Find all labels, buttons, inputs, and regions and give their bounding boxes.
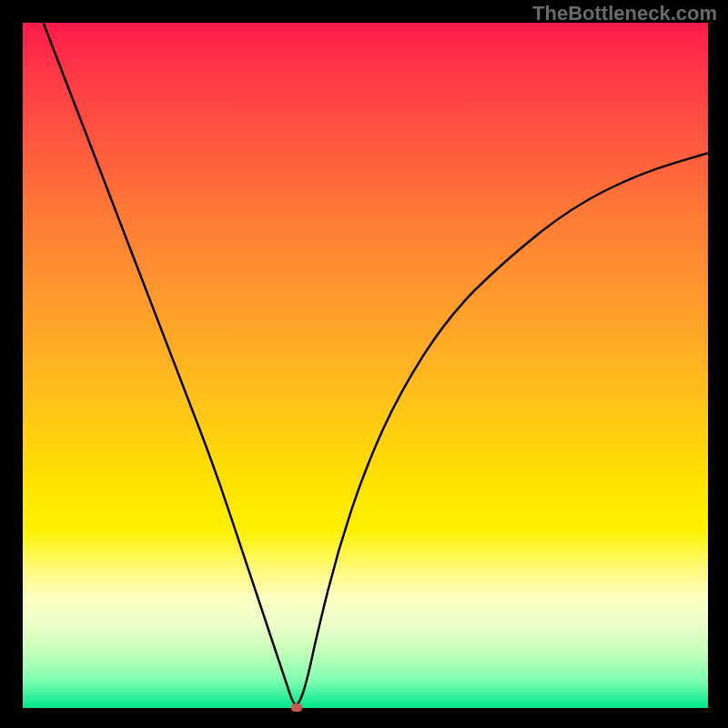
watermark-text: TheBottleneck.com <box>532 2 717 25</box>
curve-path <box>44 23 708 704</box>
bottleneck-curve <box>23 23 708 708</box>
chart-plot-area <box>23 23 708 708</box>
optimum-marker <box>291 703 302 712</box>
